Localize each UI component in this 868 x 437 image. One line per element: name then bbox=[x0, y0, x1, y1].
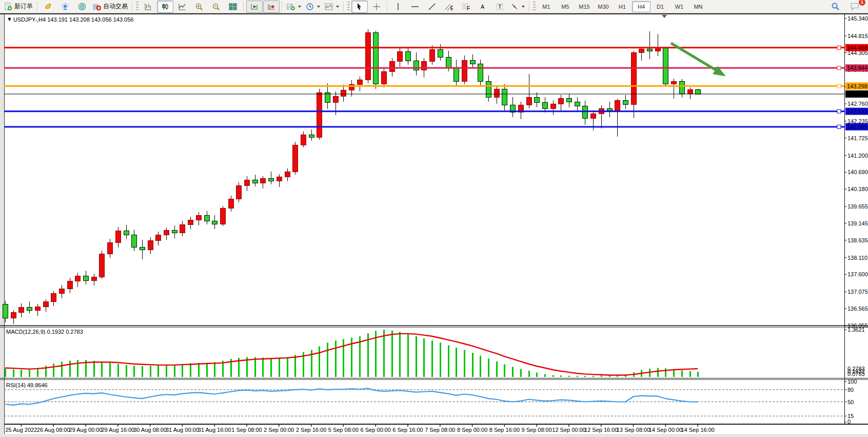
zoom-out-icon bbox=[212, 3, 220, 11]
new-order-button[interactable]: 新订单 bbox=[2, 1, 35, 13]
periods-button[interactable] bbox=[304, 1, 322, 13]
tf-M1[interactable]: M1 bbox=[537, 1, 556, 12]
auto-trading-button[interactable]: 自动交易 bbox=[91, 1, 130, 13]
candle-body bbox=[229, 199, 234, 208]
candle-body bbox=[607, 108, 613, 110]
crosshair-tool-button[interactable] bbox=[368, 1, 385, 13]
tf-M5[interactable]: M5 bbox=[556, 1, 575, 12]
time-axis-label: 31 Aug 00:00 bbox=[166, 427, 199, 433]
fibonacci-tool-button[interactable]: F bbox=[458, 1, 474, 13]
candle-body bbox=[132, 235, 137, 247]
text-tool-button[interactable]: A bbox=[475, 1, 491, 13]
indicators-button[interactable] bbox=[285, 1, 303, 13]
chart-background bbox=[0, 13, 868, 437]
tf-MN[interactable]: MN bbox=[689, 1, 707, 12]
candle-body bbox=[269, 179, 274, 181]
vertical-line-tool-button[interactable] bbox=[390, 1, 406, 13]
candle-body bbox=[75, 276, 81, 281]
chart-top-border bbox=[0, 13, 868, 14]
chart-canvas[interactable]: 145.340144.815144.305143.790143.270142.7… bbox=[0, 0, 868, 437]
candle-body bbox=[285, 172, 290, 177]
candle-body bbox=[422, 62, 427, 70]
bar-chart-button[interactable] bbox=[140, 1, 156, 13]
candle-body bbox=[623, 101, 628, 105]
tf-D1[interactable]: D1 bbox=[651, 1, 669, 12]
line-chart-button[interactable] bbox=[174, 1, 190, 13]
channel-tool-button[interactable]: E bbox=[441, 1, 457, 13]
time-axis-label: 6 Sep 00:00 bbox=[361, 427, 391, 433]
periods-dropdown-arrow[interactable] bbox=[317, 6, 320, 8]
tile-windows-button[interactable] bbox=[225, 1, 241, 13]
candle-body bbox=[172, 230, 177, 233]
level-line-anchor[interactable] bbox=[837, 109, 841, 113]
search-button[interactable] bbox=[827, 1, 843, 13]
candle-body bbox=[406, 51, 411, 61]
candle-body bbox=[236, 186, 242, 199]
zoom-out-button[interactable] bbox=[208, 1, 224, 13]
candle-body bbox=[92, 277, 97, 280]
candle-body bbox=[551, 104, 556, 108]
price-tick-label: 138.110 bbox=[847, 255, 867, 261]
symbol-dropdown-marker[interactable]: ▼ bbox=[7, 16, 12, 22]
candle-body bbox=[663, 48, 668, 84]
arrows-tool-button[interactable] bbox=[508, 1, 527, 13]
arrows-dropdown-arrow[interactable] bbox=[522, 6, 525, 8]
time-axis-label: 14 Sep 00:00 bbox=[649, 427, 682, 433]
level-line-anchor[interactable] bbox=[837, 66, 841, 70]
signals-button[interactable] bbox=[74, 1, 90, 13]
zoom-in-icon bbox=[195, 3, 203, 11]
zoom-in-button[interactable] bbox=[191, 1, 207, 13]
tf-M15[interactable]: M15 bbox=[575, 1, 594, 12]
time-axis-label: 26 Aug 08:00 bbox=[37, 427, 70, 433]
community-button[interactable] bbox=[57, 1, 73, 13]
trendline-tool-button[interactable] bbox=[424, 1, 440, 13]
time-axis-label: 29 Aug 16:00 bbox=[101, 427, 134, 433]
candle-body bbox=[188, 220, 193, 225]
candle-body bbox=[261, 179, 266, 183]
time-axis-label: 2 Sep 00:00 bbox=[264, 427, 294, 433]
new-order-label: 新订单 bbox=[14, 2, 33, 11]
templates-dropdown-arrow[interactable] bbox=[336, 6, 339, 8]
level-line-anchor[interactable] bbox=[837, 84, 841, 88]
candle-body bbox=[382, 71, 387, 84]
candle-body bbox=[116, 231, 121, 242]
templates-button[interactable] bbox=[323, 1, 341, 13]
candle-body bbox=[495, 89, 500, 97]
text-label-tool-button[interactable]: T bbox=[491, 1, 508, 13]
candle-body bbox=[478, 64, 483, 81]
candle-body bbox=[688, 89, 693, 93]
candle-body bbox=[486, 81, 491, 97]
tf-H1[interactable]: H1 bbox=[613, 1, 632, 12]
tf-W1[interactable]: W1 bbox=[670, 1, 688, 12]
rsi-axis-label: 80 bbox=[847, 387, 854, 393]
mt4-window: 145.340144.815144.305143.790143.270142.7… bbox=[0, 0, 868, 437]
periods-clock-icon bbox=[306, 3, 314, 11]
candle-body bbox=[470, 60, 476, 64]
horizontal-line-tool-button[interactable] bbox=[407, 1, 423, 13]
auto-trading-label: 自动交易 bbox=[103, 2, 128, 11]
price-tick-label: 136.565 bbox=[847, 306, 868, 312]
chat-button[interactable]: 1 bbox=[846, 1, 863, 13]
tf-M30[interactable]: M30 bbox=[594, 1, 613, 12]
level-line-anchor[interactable] bbox=[837, 125, 841, 128]
candle-body bbox=[430, 50, 435, 62]
candle-body bbox=[140, 248, 145, 250]
chart-shift-button[interactable] bbox=[263, 1, 280, 13]
candlestick-chart-button[interactable] bbox=[157, 1, 173, 13]
text-label-icon: T bbox=[496, 3, 504, 11]
level-line-anchor[interactable] bbox=[837, 46, 841, 49]
candle-body bbox=[398, 51, 403, 61]
vps-button[interactable] bbox=[40, 1, 56, 13]
price-tick-label: 144.815 bbox=[847, 33, 868, 39]
cursor-icon bbox=[356, 3, 364, 11]
equidistant-channel-icon: E bbox=[445, 3, 453, 11]
price-tick-label: 145.340 bbox=[847, 15, 868, 22]
candle-body bbox=[156, 235, 161, 241]
indicators-dropdown-arrow[interactable] bbox=[298, 6, 301, 8]
rsi-axis-label: 100 bbox=[847, 378, 857, 385]
candle-body bbox=[205, 216, 210, 221]
auto-scroll-button[interactable] bbox=[246, 1, 263, 13]
cursor-tool-button[interactable] bbox=[351, 1, 368, 13]
time-axis-label: 31 Aug 16:00 bbox=[198, 427, 231, 433]
tf-H4[interactable]: H4 bbox=[632, 1, 650, 12]
